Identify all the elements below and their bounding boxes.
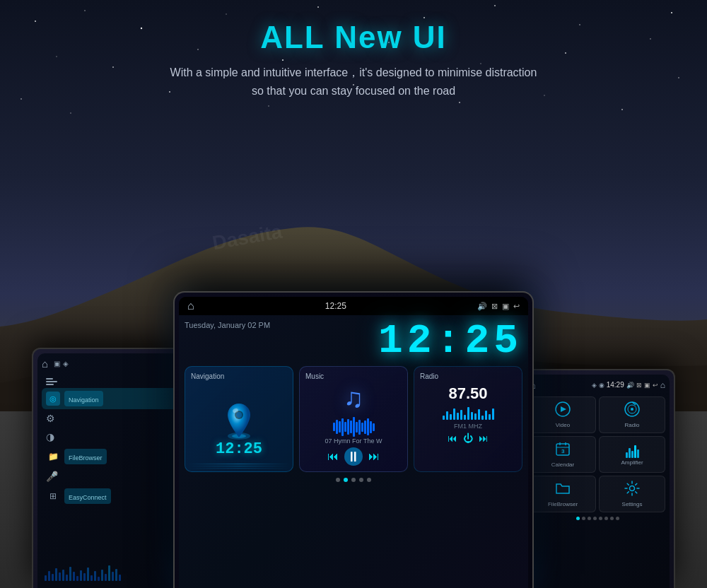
radio-card-inner: 87.50 xyxy=(420,383,516,472)
center-clock: 12:25 xyxy=(325,301,346,311)
contrast-icon: ◑ xyxy=(46,431,54,442)
rdot-6[interactable] xyxy=(604,517,608,520)
radio-prev-icon[interactable]: ⏮ xyxy=(448,433,457,444)
nav-ripple-deco xyxy=(188,464,290,469)
rdot-7[interactable] xyxy=(610,517,614,520)
next-icon[interactable]: ⏭ xyxy=(368,450,380,463)
grid-video[interactable]: Video xyxy=(530,396,596,433)
digital-clock: 12:25 xyxy=(378,321,522,362)
bookmark-icon: ▣ xyxy=(54,360,60,368)
radio-power-icon[interactable]: ⏻ xyxy=(463,433,473,444)
dot-3[interactable] xyxy=(351,478,356,482)
contrast-row[interactable]: ◑ xyxy=(42,428,177,446)
subtitle-line2: so that you can stay focused on the road xyxy=(252,85,455,97)
svg-point-35 xyxy=(631,408,633,411)
easyconnect-label-box: EasyConnect xyxy=(64,488,111,504)
dot-4[interactable] xyxy=(359,478,363,482)
svg-marker-32 xyxy=(561,406,566,412)
music-card[interactable]: Music ♫ xyxy=(299,366,408,472)
dot-1[interactable] xyxy=(336,478,340,482)
music-card-label: Music xyxy=(305,372,402,380)
rdot-2[interactable] xyxy=(582,517,585,520)
filebrowser-label-box: FileBrowser xyxy=(64,449,107,464)
svg-point-42 xyxy=(630,486,635,491)
right-time: 14:29 xyxy=(607,381,624,389)
nav-card-inner: 12:25 xyxy=(191,383,287,472)
mic-icon: 🎤 xyxy=(46,471,58,482)
left-menu-easyconnect[interactable]: ⊞ EasyConnect xyxy=(42,486,177,507)
rdot-3[interactable] xyxy=(588,517,591,520)
radio-band: FM1 MHZ xyxy=(454,423,482,430)
grid-settings[interactable]: Settings xyxy=(599,476,665,512)
video-icon xyxy=(555,401,571,421)
easyconnect-label: EasyConnect xyxy=(69,494,107,501)
filebrowser-icon-box: 📁 xyxy=(46,449,60,464)
nav-card-label: Navigation xyxy=(191,372,287,380)
center-topbar-icons: 🔊 ⊠ ▣ ↩ xyxy=(477,302,520,311)
right-volume-icon: 🔊 xyxy=(626,382,634,389)
rdot-5[interactable] xyxy=(599,517,602,520)
filebrowser-icon: 📁 xyxy=(48,452,59,461)
devices-container: ⌂ ▣ ◈ ◎ xyxy=(0,291,707,588)
right-camera-icon: ◉ xyxy=(599,382,604,389)
date-clock-row: Tuesday, January 02 PM 12:25 xyxy=(185,321,522,362)
dot-2[interactable] xyxy=(344,478,348,482)
right-wifi-icon: ◈ xyxy=(592,382,597,389)
page-title: ALL New UI xyxy=(0,20,707,55)
center-topbar: ⌂ 12:25 🔊 ⊠ ▣ ↩ xyxy=(179,297,528,315)
volume-icon: 🔊 xyxy=(477,302,487,311)
prev-icon[interactable]: ⏮ xyxy=(327,450,339,463)
radio-icon xyxy=(624,401,640,421)
rdot-1[interactable] xyxy=(576,517,580,520)
center-screen: ⌂ 12:25 🔊 ⊠ ▣ ↩ Tuesday, January 02 PM 1… xyxy=(179,297,528,588)
left-screen: ⌂ ▣ ◈ ◎ xyxy=(37,353,182,588)
svg-point-22 xyxy=(459,102,460,103)
mic-row[interactable]: 🎤 xyxy=(42,467,177,486)
top-section: ALL New UI With a simple and intuitive i… xyxy=(0,0,707,100)
date-area: Tuesday, January 02 PM xyxy=(185,321,270,331)
grid-amplifier[interactable]: Amplifier xyxy=(599,436,665,473)
radio-card-label: Radio xyxy=(420,372,516,380)
nav-pin-svg xyxy=(223,402,255,440)
rdot-8[interactable] xyxy=(616,517,619,520)
equalizer-icon xyxy=(46,378,57,385)
navigation-card[interactable]: Navigation xyxy=(185,366,293,472)
grid-radio[interactable]: Radio xyxy=(599,396,665,433)
home-icon: ⌂ xyxy=(42,358,48,370)
left-topbar: ⌂ ▣ ◈ xyxy=(42,358,177,370)
grid-filebrowser[interactable]: FileBrowser xyxy=(530,476,596,512)
rdot-4[interactable] xyxy=(593,517,597,520)
settings-row[interactable]: ⚙ xyxy=(42,409,177,428)
filebrowser-label: FileBrowser xyxy=(69,454,103,461)
left-screen-content: ⌂ ▣ ◈ ◎ xyxy=(37,353,182,588)
window-icon: ▣ xyxy=(502,302,509,311)
svg-point-18 xyxy=(70,112,71,113)
left-menu-filebrowser[interactable]: 📁 FileBrowser xyxy=(42,446,177,467)
grid-calendar[interactable]: 3 Calendar xyxy=(530,436,596,473)
amplifier-icon xyxy=(626,444,639,458)
screen-icon: ⊠ xyxy=(491,302,498,311)
center-home-icon: ⌂ xyxy=(187,300,194,312)
radio-card[interactable]: Radio 87.50 xyxy=(414,366,522,472)
center-main: Tuesday, January 02 PM 12:25 Navigation xyxy=(179,315,528,588)
music-song: 07 Hymn For The W xyxy=(325,437,382,445)
calendar-label: Calendar xyxy=(551,461,574,468)
back-icon: ↩ xyxy=(513,302,520,311)
music-controls: ⏮ ⏸ ⏭ xyxy=(327,447,380,466)
left-menu-navigation[interactable]: ◎ Navigation xyxy=(42,388,177,409)
video-label: Video xyxy=(556,422,570,428)
radio-next-icon[interactable]: ⏭ xyxy=(479,433,489,444)
filebrowser-grid-label: FileBrowser xyxy=(548,501,578,507)
play-icon[interactable]: ⏸ xyxy=(344,447,363,466)
easyconnect-icon-box: ⊞ xyxy=(46,489,60,503)
svg-text:3: 3 xyxy=(561,448,565,454)
easyconnect-icon: ⊞ xyxy=(49,491,57,501)
svg-point-24 xyxy=(621,109,623,110)
right-topbar-icons: ◈ ◉ 14:29 🔊 ⊠ ▣ ↩ ⌂ xyxy=(592,380,665,390)
app-cards: Navigation xyxy=(185,366,522,472)
dot-5[interactable] xyxy=(367,478,371,482)
right-window-icon: ▣ xyxy=(644,382,650,389)
svg-point-20 xyxy=(268,105,269,107)
right-screen-icon: ⊠ xyxy=(636,382,642,389)
device-center: ⌂ 12:25 🔊 ⊠ ▣ ↩ Tuesday, January 02 PM 1… xyxy=(173,291,534,588)
